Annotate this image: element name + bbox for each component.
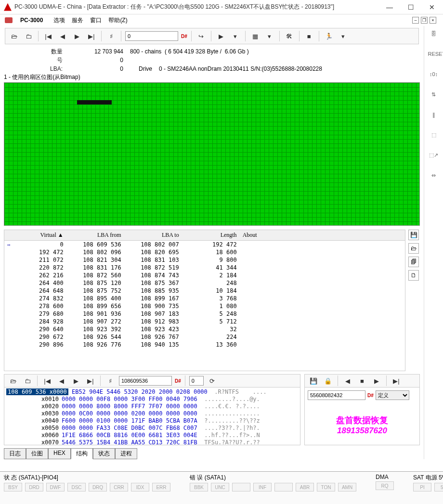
tab-4[interactable]: 状态: [93, 448, 115, 459]
maximize-button[interactable]: ☐: [404, 1, 418, 13]
col-virtual[interactable]: Virtual ▲: [13, 230, 66, 241]
insp-prev-icon[interactable]: ◀: [342, 375, 353, 387]
folder-icon[interactable]: 🗀: [23, 30, 34, 42]
menu-services[interactable]: 服务: [72, 16, 83, 25]
menu-options[interactable]: 选项: [53, 16, 65, 25]
status-led: PI: [413, 483, 431, 491]
status-led: DWF: [46, 483, 65, 491]
lba-table[interactable]: Virtual ▲ LBA from LBA to Length About ⇨…: [4, 230, 405, 371]
side-delete-icon[interactable]: 🗋: [408, 270, 419, 281]
watermark-text1: 盘首数据恢复: [308, 414, 417, 426]
tools-icon[interactable]: 🛠: [284, 30, 295, 42]
open-icon[interactable]: 🗁: [8, 30, 20, 42]
table-row[interactable]: 290 896108 926 776108 940 13513 360: [4, 341, 405, 349]
status-group: SAT 电源 5VPI5V: [413, 474, 443, 498]
hex-count-input[interactable]: [189, 376, 204, 386]
tab-3[interactable]: 结构: [71, 448, 93, 459]
play-dropdown-icon[interactable]: ▾: [230, 30, 241, 42]
table-row[interactable]: 279 680108 901 936108 907 1835 248: [4, 310, 405, 318]
table-row[interactable]: 278 600108 899 656108 900 7351 080: [4, 302, 405, 310]
rail-link-icon[interactable]: ⇔: [428, 172, 440, 184]
col-length[interactable]: Length: [182, 230, 240, 241]
insp-last-icon[interactable]: ▶|: [391, 375, 402, 387]
side-open-icon[interactable]: 🗁: [408, 243, 419, 254]
table-row[interactable]: 290 640108 923 392108 923 42332: [4, 325, 405, 333]
side-save-icon[interactable]: 💾: [408, 230, 419, 240]
inspector-type-select[interactable]: 定义: [376, 390, 409, 400]
table-row[interactable]: 192 472108 802 096108 820 69518 600: [4, 248, 405, 256]
grid-dropdown-icon[interactable]: ▾: [264, 30, 275, 42]
qty-label: 数量: [5, 48, 72, 56]
hex-first-icon[interactable]: |◀: [41, 375, 53, 387]
insp-save-icon[interactable]: 💾: [308, 375, 319, 387]
close-button[interactable]: ✕: [425, 1, 439, 13]
insp-play-icon[interactable]: ▶: [371, 375, 382, 387]
minimize-button[interactable]: —: [382, 1, 397, 13]
inspector-value-input[interactable]: [308, 390, 365, 400]
rail-export-icon[interactable]: ⬚↗: [428, 152, 440, 164]
mdi-minimize-button[interactable]: –: [412, 17, 419, 24]
prev-icon[interactable]: ◀: [57, 30, 68, 42]
last-icon[interactable]: ▶|: [86, 30, 97, 42]
table-row[interactable]: 274 832108 895 400108 899 1673 768: [4, 295, 405, 302]
rail-reset-icon[interactable]: RESET: [428, 51, 440, 63]
title-bar: PC-3000 UDMA-E - China - [Data Extractor…: [0, 0, 443, 14]
hex-indicator: D#: [175, 378, 181, 384]
rail-range-icon[interactable]: ↕0↕: [428, 71, 440, 83]
rail-pause-icon[interactable]: ‖: [428, 112, 440, 123]
toolbar-value-input[interactable]: [125, 31, 178, 41]
grid-icon[interactable]: ▦: [249, 30, 261, 42]
col-lba-to[interactable]: LBA to: [124, 230, 182, 241]
table-row[interactable]: 264 400108 875 120108 875 367248: [4, 279, 405, 287]
hex-hash-icon[interactable]: ♯: [104, 375, 116, 387]
hex-next-icon[interactable]: ▶: [70, 375, 82, 387]
next-icon[interactable]: ▶: [71, 30, 83, 42]
hex-last-icon[interactable]: ▶|: [85, 375, 96, 387]
export-icon[interactable]: ↪: [195, 30, 207, 42]
tab-5[interactable]: 进程: [115, 448, 137, 459]
inspector-body: D# 定义 盘首数据恢复 18913587620: [304, 388, 420, 445]
tab-2[interactable]: HEX: [48, 448, 71, 459]
bitmap-used-block: [77, 100, 112, 104]
no-label: 号: [5, 56, 72, 65]
info-block: 数量 12 703 944 800 - chains ( 6 504 419 3…: [5, 47, 419, 73]
rail-swap-icon[interactable]: ⇅: [428, 91, 440, 103]
tab-1[interactable]: 位图: [26, 448, 48, 459]
menu-window[interactable]: 窗口: [90, 16, 102, 25]
rail-box-icon[interactable]: ⬚: [428, 132, 440, 143]
insp-lock-icon[interactable]: 🔒: [322, 375, 334, 387]
hex-view[interactable]: 108 609 536 x0000 EB52 904E 5446 5320 20…: [4, 388, 300, 445]
hex-open-icon[interactable]: 🗁: [7, 375, 19, 387]
sector-bitmap[interactable]: [4, 82, 420, 226]
table-row[interactable]: ⇨0108 609 536108 802 007192 472: [4, 241, 405, 249]
menu-help[interactable]: 帮助(Z): [108, 16, 127, 25]
insp-stop-icon[interactable]: ■: [356, 375, 368, 387]
first-icon[interactable]: |◀: [42, 30, 54, 42]
hex-offset-input[interactable]: [119, 376, 172, 386]
run-icon[interactable]: 🏃: [323, 30, 335, 42]
status-bar: 状 态 (SATA1)-[PIO4]BSYDRDDWFDSCDRQCRRIDXE…: [0, 471, 443, 504]
watermark-text2: 18913587620: [308, 426, 417, 436]
table-row[interactable]: 264 648108 875 752108 885 93510 184: [4, 287, 405, 295]
col-lba-from[interactable]: LBA from: [66, 230, 124, 241]
rail-db-icon[interactable]: 🗄: [428, 31, 440, 42]
hex-mark-icon[interactable]: 🗀: [22, 375, 33, 387]
table-row[interactable]: 211 072108 821 304108 831 1039 800: [4, 256, 405, 264]
table-row[interactable]: 262 216108 872 560108 874 7432 184: [4, 271, 405, 279]
brand-icon: [5, 17, 13, 23]
table-row[interactable]: 290 672108 926 544108 926 767224: [4, 333, 405, 341]
hex-refresh-icon[interactable]: ⟳: [207, 375, 218, 387]
stop-icon[interactable]: ■: [303, 30, 315, 42]
table-row[interactable]: 220 872108 831 176108 872 51941 344: [4, 264, 405, 271]
col-about[interactable]: About: [240, 230, 405, 241]
mdi-close-button[interactable]: ×: [430, 17, 436, 24]
play-icon[interactable]: ▶: [215, 30, 227, 42]
mdi-restore-button[interactable]: ❐: [421, 17, 428, 24]
table-row[interactable]: 284 928108 907 272108 912 9835 712: [4, 318, 405, 325]
run-dropdown-icon[interactable]: ▾: [338, 30, 349, 42]
drive-label: Drive: [130, 65, 159, 72]
tab-0[interactable]: 日志: [4, 448, 26, 459]
hex-prev-icon[interactable]: ◀: [56, 375, 67, 387]
hash-icon[interactable]: ♯: [105, 30, 117, 42]
side-copy-icon[interactable]: 🗐: [408, 257, 419, 267]
